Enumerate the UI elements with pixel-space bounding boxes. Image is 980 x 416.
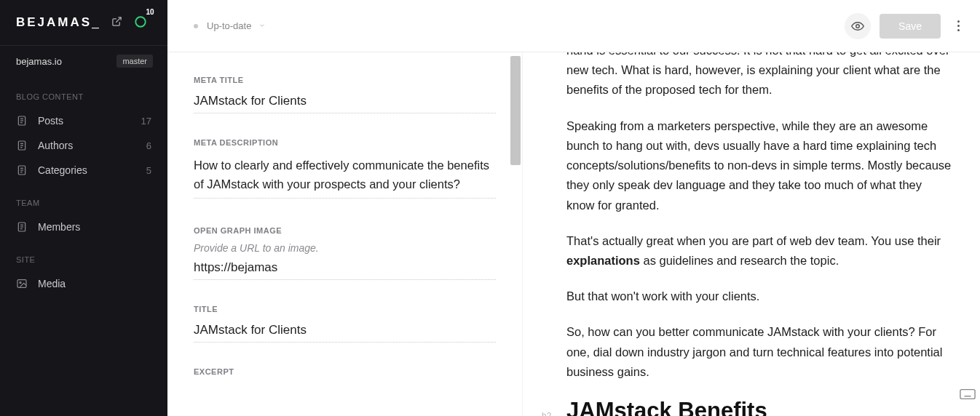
sidebar-item-count: 5 — [146, 165, 151, 176]
external-link-icon[interactable] — [111, 16, 122, 29]
preview-paragraph: That's actually great when you are part … — [566, 231, 952, 271]
site-name: bejamas.io — [16, 56, 62, 67]
sidebar-item-media[interactable]: Media — [0, 271, 167, 296]
logo: BEJAMAS_ — [16, 15, 101, 30]
og-image-input[interactable] — [194, 258, 496, 280]
preview-paragraph: Speaking from a marketers perspective, w… — [566, 116, 952, 215]
section-label-site: SITE — [0, 239, 167, 271]
more-menu-icon[interactable] — [951, 20, 965, 31]
sync-badge: 10 — [146, 8, 154, 16]
field-label-meta-desc: META DESCRIPTION — [194, 138, 496, 147]
title-input[interactable] — [194, 321, 496, 343]
sidebar-item-members[interactable]: Members — [0, 215, 167, 239]
save-button[interactable]: Save — [880, 14, 941, 39]
preview-button[interactable] — [845, 13, 871, 39]
keyboard-icon[interactable] — [960, 388, 976, 403]
sidebar-item-count: 17 — [141, 116, 151, 127]
logo-row: BEJAMAS_ 10 — [0, 0, 167, 45]
sidebar-item-categories[interactable]: Categories 5 — [0, 158, 167, 183]
svg-point-19 — [20, 282, 21, 284]
sidebar-item-label: Posts — [38, 115, 63, 127]
heading-tag-indicator: h2 — [542, 411, 551, 416]
sidebar-item-label: Members — [38, 221, 80, 233]
svg-line-0 — [116, 17, 121, 23]
preview-paragraph: So, how can you better communicate JAMst… — [566, 322, 952, 382]
field-label-title: TITLE — [194, 305, 496, 313]
field-hint-og-image: Provide a URL to an image. — [194, 242, 496, 254]
sidebar-item-label: Media — [38, 278, 66, 289]
status-text[interactable]: Up-to-date — [207, 20, 251, 31]
section-label-blog: BLOG CONTENT — [0, 76, 167, 108]
svg-point-1 — [135, 17, 146, 27]
document-icon — [16, 164, 28, 176]
status-dot-icon — [194, 24, 198, 28]
meta-title-input[interactable] — [194, 92, 496, 113]
sidebar-item-label: Categories — [38, 164, 87, 176]
preview-paragraph: hand is essential to our success. It is … — [566, 52, 952, 100]
preview-heading: JAMstack Benefits — [566, 398, 952, 416]
preview-column: hand is essential to our success. It is … — [523, 52, 980, 416]
preview-paragraph: But that won't work with your clients. — [566, 287, 952, 306]
eye-icon — [851, 20, 864, 33]
sidebar-item-count: 6 — [146, 140, 151, 151]
svg-rect-18 — [17, 280, 26, 288]
sidebar-item-posts[interactable]: Posts 17 — [0, 108, 167, 133]
chevron-down-icon[interactable] — [258, 22, 266, 31]
sidebar-item-authors[interactable]: Authors 6 — [0, 133, 167, 158]
document-icon — [16, 221, 28, 233]
topbar: Up-to-date Save — [167, 0, 980, 52]
branch-badge: master — [116, 55, 153, 68]
sidebar-item-label: Authors — [38, 140, 73, 151]
field-label-meta-title: META TITLE — [194, 76, 496, 84]
document-icon — [16, 140, 28, 151]
section-label-team: TEAM — [0, 183, 167, 215]
svg-rect-21 — [960, 390, 975, 399]
field-label-excerpt: EXCERPT — [194, 367, 496, 376]
image-icon — [16, 278, 28, 289]
svg-point-20 — [856, 24, 860, 28]
meta-description-input[interactable]: How to clearly and effectively communica… — [194, 154, 496, 199]
site-row[interactable]: bejamas.io master — [0, 45, 167, 76]
field-label-og-image: OPEN GRAPH IMAGE — [194, 226, 496, 235]
document-icon — [16, 115, 28, 127]
form-column: META TITLE META DESCRIPTION How to clear… — [167, 52, 523, 416]
sidebar: BEJAMAS_ 10 bejamas.io master BLOG CONTE… — [0, 0, 167, 416]
scrollbar-thumb[interactable] — [510, 56, 521, 165]
sync-status-icon[interactable]: 10 — [134, 15, 147, 31]
